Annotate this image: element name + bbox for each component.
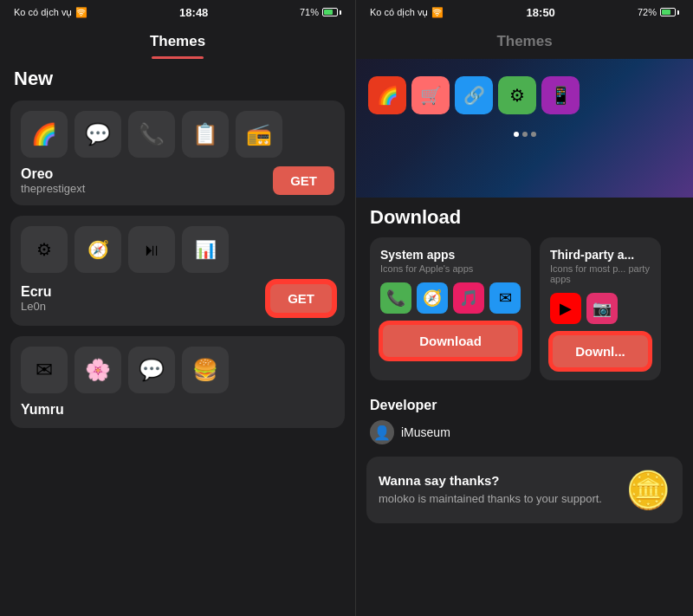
ecru-icons: ⚙ 🧭 ⏯ 📊 [21, 226, 334, 273]
oreo-icon-5: 📻 [236, 111, 282, 158]
yumru-info: Yumru [21, 402, 334, 418]
status-right-left: 71% [300, 7, 341, 17]
oreo-card: 🌈 💬 📞 📋 📻 Oreo theprestigext GET [10, 101, 345, 205]
coin-icon: 🪙 [625, 469, 670, 511]
thanks-card: Wanna say thanks? moloko is maintained t… [366, 457, 683, 523]
developer-title: Developer [370, 398, 679, 413]
download-cards-row: System apps Icons for Apple's apps 📞 🧭 🎵… [370, 237, 679, 380]
right-phone: Ko có dịch vụ 🛜 18:50 72% Themes 🌈 🛒 🔗 ⚙… [355, 0, 693, 616]
system-apps-title: System apps [380, 248, 521, 262]
yumru-icon-3: 💬 [128, 347, 175, 393]
fade-left [0, 581, 355, 616]
oreo-icon-3: 📞 [128, 111, 175, 158]
battery-percent-left: 71% [300, 7, 319, 17]
ecru-icon-2: 🧭 [74, 226, 121, 273]
system-download-button[interactable]: Download [380, 322, 521, 360]
ecru-icon-1: ⚙ [21, 226, 68, 273]
preview-icon-4: ⚙ [498, 76, 536, 114]
nav-title-left: Themes [150, 33, 205, 50]
dl-icon-phone: 📞 [380, 282, 411, 314]
yumru-icon-2: 🌸 [74, 347, 121, 393]
yumru-icon-1: ✉ [21, 347, 68, 393]
nav-bar-left: Themes [0, 24, 355, 59]
thanks-subtitle: moloko is maintained thanks to your supp… [379, 491, 617, 507]
yumru-name: Yumru [21, 402, 64, 418]
status-right-right: 72% [638, 7, 679, 17]
yumru-icons: ✉ 🌸 💬 🍔 [21, 347, 334, 393]
theme-preview: 🌈 🛒 🔗 ⚙ 📱 [356, 59, 693, 198]
oreo-icons: 🌈 💬 📞 📋 📻 [21, 111, 334, 158]
yumru-icon-4: 🍔 [182, 347, 229, 393]
preview-icon-2: 🛒 [411, 76, 450, 114]
status-left: Ko có dịch vụ 🛜 [14, 7, 87, 18]
ecru-get-button[interactable]: GET [268, 282, 334, 315]
time-left: 18:48 [179, 6, 208, 19]
preview-icon-3: 🔗 [455, 76, 493, 114]
status-bar-left: Ko có dịch vụ 🛜 18:48 71% [0, 0, 355, 24]
oreo-name: Oreo [21, 166, 85, 182]
download-section: Download System apps Icons for Apple's a… [356, 198, 693, 386]
oreo-icon-4: 📋 [182, 111, 229, 158]
thanks-title: Wanna say thanks? [379, 473, 617, 488]
time-right: 18:50 [527, 6, 555, 19]
dl-icon-mail: ✉ [489, 282, 521, 314]
carrier-left: Ko có dịch vụ [14, 7, 72, 18]
wifi-icon-left: 🛜 [75, 7, 87, 18]
developer-row: 👤 iMuseum [370, 420, 679, 444]
ecru-icon-3: ⏯ [128, 226, 175, 273]
yumru-card: ✉ 🌸 💬 🍔 Yumru [10, 336, 345, 428]
download-title: Download [370, 206, 679, 229]
nav-underline-left [152, 56, 204, 59]
preview-icon-5: 📱 [541, 76, 580, 114]
ecru-info: Ecru Le0n GET [21, 282, 334, 315]
oreo-get-button[interactable]: GET [273, 166, 334, 195]
dl-icon-instagram: 📷 [586, 293, 618, 324]
third-party-download-button[interactable]: Downl... [550, 333, 651, 370]
status-left-right: Ko có dịch vụ 🛜 [370, 7, 444, 18]
wifi-icon-right: 🛜 [431, 7, 444, 18]
preview-icons-group: 🌈 🛒 🔗 ⚙ 📱 [356, 59, 693, 132]
battery-fill-left [324, 10, 333, 15]
third-party-subtitle: Icons for most p... party apps [550, 263, 651, 284]
third-party-icons: ▶ 📷 [550, 293, 651, 324]
system-apps-icons: 📞 🧭 🎵 ✉ [380, 282, 521, 314]
ecru-icon-4: 📊 [182, 226, 229, 273]
fade-right [356, 581, 693, 616]
carrier-right: Ko có dịch vụ [370, 7, 428, 18]
pagination-dots [356, 132, 693, 144]
third-party-title: Third-party a... [550, 248, 651, 262]
ecru-card: ⚙ 🧭 ⏯ 📊 Ecru Le0n GET [10, 216, 345, 326]
oreo-author: theprestigext [21, 182, 85, 195]
nav-bar-right: Themes [356, 24, 693, 59]
section-new: New [0, 59, 355, 95]
battery-icon-left [322, 8, 341, 16]
thanks-text: Wanna say thanks? moloko is maintained t… [379, 473, 617, 507]
ecru-name: Ecru [21, 284, 52, 300]
preview-icon-1: 🌈 [368, 76, 406, 114]
system-apps-subtitle: Icons for Apple's apps [380, 263, 521, 274]
battery-icon-right [660, 8, 679, 16]
oreo-info: Oreo theprestigext GET [21, 166, 334, 195]
developer-name: iMuseum [401, 425, 450, 439]
ecru-author: Le0n [21, 300, 52, 313]
nav-title-right: Themes [496, 33, 552, 50]
status-bar-right: Ko có dịch vụ 🛜 18:50 72% [356, 0, 693, 24]
third-party-card: Third-party a... Icons for most p... par… [540, 237, 661, 380]
developer-avatar: 👤 [370, 420, 394, 444]
system-apps-card: System apps Icons for Apple's apps 📞 🧭 🎵… [370, 237, 531, 380]
dl-icon-youtube: ▶ [550, 293, 581, 324]
battery-fill-right [662, 10, 670, 15]
left-phone: Ko có dịch vụ 🛜 18:48 71% Themes New 🌈 💬… [0, 0, 355, 616]
developer-section: Developer 👤 iMuseum [356, 386, 693, 451]
dl-icon-safari: 🧭 [417, 282, 448, 314]
dl-icon-music: 🎵 [453, 282, 484, 314]
battery-percent-right: 72% [638, 7, 657, 17]
oreo-icon-1: 🌈 [21, 111, 68, 158]
oreo-icon-2: 💬 [74, 111, 121, 158]
